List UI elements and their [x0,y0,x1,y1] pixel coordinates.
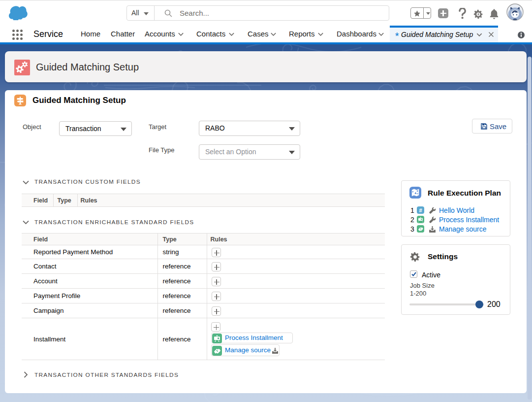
svg-text:#: # [419,207,422,213]
